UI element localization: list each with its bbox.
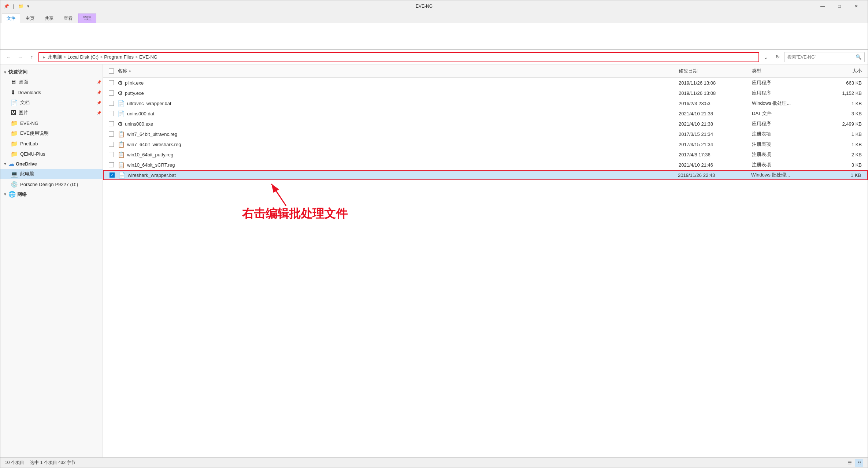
this-pc-icon: 💻 [11,171,18,178]
onedrive-header[interactable]: ▼ ☁ OneDrive [0,159,103,169]
table-row[interactable]: ⚙ putty.exe 2019/11/26 13:08 应用程序 1,152 … [103,88,868,98]
row-type-6: 注册表项 [752,141,825,148]
up-button[interactable]: ↑ [27,52,37,62]
cb-2[interactable] [109,101,114,106]
sidebar-item-desktop[interactable]: 🖥 桌面 📌 [0,77,103,87]
col-header-type[interactable]: 类型 [752,68,825,74]
tab-home[interactable]: 主页 [21,14,39,23]
file-icon-9: 📄 [118,172,126,179]
file-area: 名称 ∧ 修改日期 类型 大小 ⚙ plink.exe 2019/11/26 1… [103,64,868,457]
pin-icon-desktop: 📌 [97,80,101,84]
sidebar-item-this-pc[interactable]: 💻 此电脑 [0,169,103,179]
pin-icon-downloads: 📌 [97,90,101,94]
row-checkbox-7[interactable] [109,152,118,157]
row-checkbox-8[interactable] [109,162,118,167]
cb-7[interactable] [109,152,114,157]
table-row[interactable]: ⚙ unins000.exe 2021/4/10 21:38 应用程序 2,49… [103,119,868,129]
col-header-modified[interactable]: 修改日期 [679,68,752,74]
row-date-3: 2021/4/10 21:38 [679,111,752,116]
row-size-0: 663 KB [825,80,862,86]
sidebar-item-downloads[interactable]: ⬇ Downloads 📌 [0,87,103,97]
cb-5[interactable] [109,131,114,137]
row-type-7: 注册表项 [752,151,825,158]
quick-access-header[interactable]: ▼ 快速访问 [0,67,103,77]
file-name-1: putty.exe [125,90,144,96]
file-name-7: win10_64bit_putty.reg [127,152,173,157]
table-row[interactable]: 📋 win7_64bit_ultravnc.reg 2017/3/15 21:3… [103,129,868,139]
back-button[interactable]: ← [3,52,14,62]
search-box[interactable]: 🔍 [784,52,865,62]
details-view-button[interactable]: ☰ [846,459,854,467]
address-path[interactable]: ► 此电脑 > Local Disk (C:) > Program Files … [38,52,759,62]
row-type-3: DAT 文件 [752,110,825,117]
row-checkbox-9[interactable]: ✓ [110,172,118,178]
path-local-disk[interactable]: Local Disk (C:) [67,54,99,60]
tab-manage[interactable]: 管理 [78,14,96,23]
col-header-name[interactable]: 名称 ∧ [118,68,679,74]
row-name-4: ⚙ unins000.exe [118,120,679,127]
cb-3[interactable] [109,111,114,116]
row-checkbox-4[interactable] [109,121,118,126]
row-date-4: 2021/4/10 21:38 [679,121,752,127]
search-input[interactable] [787,55,854,60]
forward-button[interactable]: → [15,52,25,62]
cb-0[interactable] [109,80,114,85]
sidebar-item-drive-label: Porsche Design P9227 (D:) [20,182,78,187]
down-arrow-icon: ▾ [25,3,31,9]
table-row[interactable]: 📋 win10_64bit_putty.reg 2017/4/8 17:36 注… [103,149,868,160]
row-size-4: 2,499 KB [825,121,862,127]
cb-9[interactable]: ✓ [110,172,115,178]
sidebar-item-downloads-label: Downloads [18,90,41,95]
select-all-checkbox[interactable] [109,68,118,74]
drive-icon: 💿 [11,181,18,188]
sidebar-item-qemu[interactable]: 📁 QEMU-Plus [0,149,103,159]
table-row-selected[interactable]: ✓ 📄 wireshark_wrapper.bat 2019/11/26 22:… [103,170,868,180]
tab-share[interactable]: 共享 [40,14,58,23]
sidebar-item-drive[interactable]: 💿 Porsche Design P9227 (D:) [0,179,103,189]
tab-view[interactable]: 查看 [59,14,77,23]
cb-8[interactable] [109,162,114,167]
column-headers: 名称 ∧ 修改日期 类型 大小 [103,64,868,78]
select-all-cb[interactable] [109,68,114,74]
cb-1[interactable] [109,90,114,96]
path-eve-ng[interactable]: EVE-NG [139,54,157,60]
pictures-icon: 🖼 [11,109,16,116]
dropdown-button[interactable]: ⌄ [761,52,771,62]
status-bar: 10 个项目 选中 1 个项目 432 字节 ☰ ☷ [0,457,868,468]
path-this-pc[interactable]: 此电脑 [48,54,62,60]
refresh-button[interactable]: ↻ [772,52,783,62]
row-checkbox-3[interactable] [109,111,118,116]
path-program-files[interactable]: Program Files [104,54,134,60]
ribbon-bar [0,23,868,49]
row-checkbox-5[interactable] [109,131,118,137]
table-row[interactable]: 📄 unins000.dat 2021/4/10 21:38 DAT 文件 3 … [103,108,868,119]
file-icon-1: ⚙ [118,90,123,97]
minimize-button[interactable]: — [814,0,831,12]
row-date-6: 2017/3/15 21:34 [679,142,752,147]
cb-4[interactable] [109,121,114,126]
row-checkbox-6[interactable] [109,142,118,147]
close-button[interactable]: ✕ [848,0,865,12]
sidebar-item-eve-guide[interactable]: 📁 EVE使用说明 [0,128,103,138]
network-header[interactable]: ▼ 🌐 网络 [0,189,103,199]
row-checkbox-2[interactable] [109,101,118,106]
row-checkbox-0[interactable] [109,80,118,85]
col-header-size[interactable]: 大小 [825,68,862,74]
row-name-9: 📄 wireshark_wrapper.bat [118,172,678,179]
tab-file[interactable]: 文件 [2,14,20,23]
sidebar-item-eve-ng[interactable]: 📁 EVE-NG [0,118,103,128]
title-bar: 📌 | 📁 ▾ EVE-NG — □ ✕ [0,0,868,12]
cb-6[interactable] [109,142,114,147]
network-chevron: ▼ [3,192,7,196]
table-row[interactable]: 📋 win10_64bit_sCRT.reg 2021/4/10 21:46 注… [103,160,868,170]
table-row[interactable]: ⚙ plink.exe 2019/11/26 13:08 应用程序 663 KB [103,78,868,88]
table-row[interactable]: 📄 ultravnc_wrapper.bat 2016/2/3 23:53 Wi… [103,98,868,108]
sidebar-item-pictures[interactable]: 🖼 图片 📌 [0,108,103,118]
maximize-button[interactable]: □ [831,0,848,12]
row-date-9: 2019/11/26 22:43 [678,172,751,178]
list-view-button[interactable]: ☷ [855,459,863,467]
sidebar-item-documents[interactable]: 📄 文档 📌 [0,97,103,108]
row-checkbox-1[interactable] [109,90,118,96]
sidebar-item-pnetlab[interactable]: 📁 PnetLab [0,138,103,149]
table-row[interactable]: 📋 win7_64bit_wireshark.reg 2017/3/15 21:… [103,139,868,149]
